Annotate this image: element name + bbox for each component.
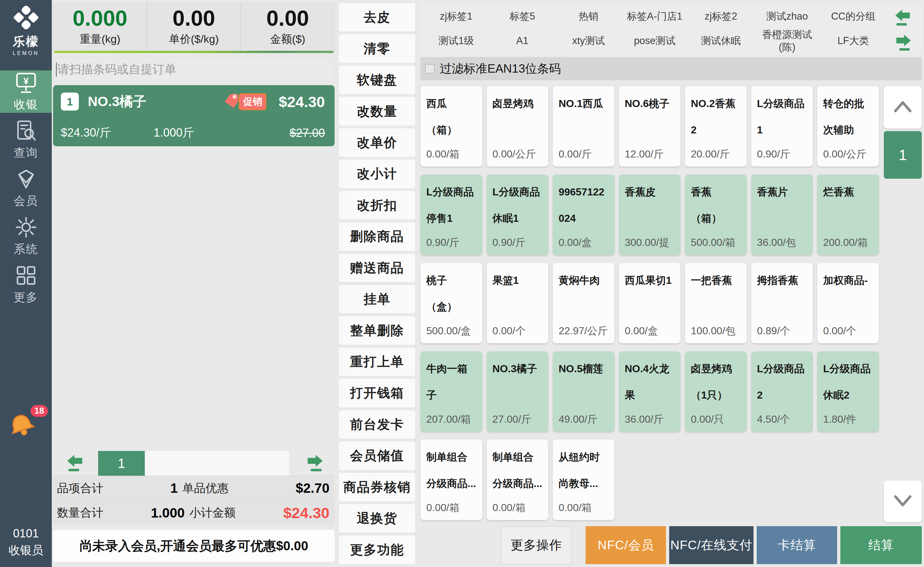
product-cell-14[interactable]: 桃子（盒）500.00/盒 — [420, 263, 482, 343]
settle-button[interactable]: 结算 — [840, 526, 922, 564]
product-cell-2[interactable]: NO.1西瓜0.00/斤 — [553, 86, 614, 166]
product-name: 西瓜果切1 — [625, 267, 675, 294]
action-button-0[interactable]: 去皮 — [339, 3, 416, 32]
action-button-17[interactable]: 更多功能 — [339, 535, 416, 564]
action-button-1[interactable]: 清零 — [339, 34, 416, 63]
product-name: 香蕉片 — [757, 179, 807, 206]
category-tab[interactable]: pose测试 — [622, 28, 688, 54]
product-cell-4[interactable]: NO.2香蕉220.00/斤 — [685, 86, 747, 166]
product-cell-20[interactable]: 加权商品-0.00/个 — [817, 263, 879, 343]
cart-current-page[interactable]: 1 — [98, 451, 145, 476]
product-cell-7[interactable]: L分级商品停售10.90/斤 — [420, 174, 482, 255]
nfc-member-button[interactable]: NFC/会员 — [585, 526, 666, 564]
category-tab-row-2: 测试1级A1xty测试pose测试测试休眠香橙源测试(陈)LF大类 — [423, 28, 886, 53]
product-cell-1[interactable]: 卤昱烤鸡0.00/公斤 — [487, 86, 549, 166]
barcode-input[interactable] — [57, 63, 334, 76]
product-price: 36.00/斤 — [625, 412, 675, 426]
product-name: 制单组合分级商品... — [492, 444, 543, 496]
category-tab[interactable]: 测试1级 — [423, 28, 489, 54]
product-cell-16[interactable]: 黄焖牛肉22.97/公斤 — [553, 263, 614, 343]
action-button-7[interactable]: 删除商品 — [339, 222, 416, 251]
scale-amount: 0.00 金额($) — [240, 3, 334, 52]
sidebar-item-3[interactable]: 系统 — [0, 215, 52, 258]
card-settle-button[interactable]: 卡结算 — [757, 526, 837, 564]
sidebar-item-0[interactable]: ¥收银 — [0, 70, 52, 113]
category-tab[interactable]: 标签A-门店1 — [622, 4, 688, 28]
product-cell-12[interactable]: 香蕉片36.00/包 — [751, 174, 813, 255]
action-button-2[interactable]: 软键盘 — [339, 65, 416, 94]
product-price: 300.00/提 — [625, 236, 675, 250]
product-cell-21[interactable]: 牛肉一箱子207.00/箱 — [420, 351, 482, 432]
product-cell-15[interactable]: 果篮10.00/个 — [487, 263, 549, 343]
member-notice[interactable]: 尚未录入会员,开通会员最多可优惠$0.00 — [53, 530, 335, 562]
product-cell-10[interactable]: 香蕉皮300.00/提 — [619, 174, 681, 255]
product-cell-30[interactable]: 从纽约时尚教母...0.00/箱 — [553, 440, 614, 520]
action-button-6[interactable]: 改折扣 — [339, 190, 416, 220]
category-tab[interactable]: CC的分组 — [820, 4, 886, 28]
category-tab[interactable]: xty测试 — [555, 28, 622, 54]
sidebar-item-2[interactable]: 会员 — [0, 167, 52, 209]
ean13-filter-label: 过滤标准EAN13位条码 — [440, 61, 561, 77]
category-tab[interactable]: 测试zhao — [754, 4, 820, 28]
action-button-12[interactable]: 打开钱箱 — [339, 378, 416, 408]
product-price: 0.89/个 — [757, 324, 807, 338]
category-tab[interactable]: 香橙源测试(陈) — [754, 28, 820, 54]
grid-page-up-button[interactable] — [884, 86, 922, 129]
product-cell-6[interactable]: 转仓的批次辅助0.00/公斤 — [817, 86, 879, 166]
product-cell-3[interactable]: NO.6桃子12.00/斤 — [619, 86, 681, 166]
action-button-5[interactable]: 改小计 — [339, 159, 416, 188]
category-tab[interactable]: zj标签1 — [423, 4, 489, 28]
action-button-16[interactable]: 退换货 — [339, 504, 416, 533]
more-operations-button[interactable]: 更多操作 — [501, 526, 571, 564]
ean13-filter-checkbox[interactable] — [425, 64, 435, 74]
category-tab[interactable]: 热销 — [555, 4, 622, 28]
product-cell-29[interactable]: 制单组合分级商品...0.00/箱 — [487, 440, 549, 520]
cart-prev-page-icon[interactable] — [65, 453, 85, 474]
product-cell-8[interactable]: L分级商品休眠10.90/斤 — [487, 174, 549, 255]
action-button-11[interactable]: 重打上单 — [339, 347, 416, 376]
action-button-13[interactable]: 前台发卡 — [339, 410, 416, 439]
tabs-next-icon[interactable] — [893, 32, 913, 53]
product-cell-5[interactable]: L分级商品10.90/斤 — [751, 86, 813, 166]
product-cell-0[interactable]: 西瓜（箱）0.00/箱 — [420, 86, 482, 166]
notification-bell[interactable]: 18 — [6, 408, 46, 440]
action-button-4[interactable]: 改单价 — [339, 128, 416, 157]
cart-page-track[interactable]: 1 — [98, 451, 289, 476]
product-cell-17[interactable]: 西瓜果切10.00/盒 — [619, 263, 681, 343]
bell-icon — [6, 431, 35, 437]
sidebar-item-1[interactable]: 查询 — [0, 118, 52, 161]
product-name: NO.3橘子 — [492, 356, 543, 382]
product-cell-19[interactable]: 拇指香蕉0.89/个 — [751, 263, 813, 343]
product-cell-9[interactable]: 996571220240.00/盒 — [553, 174, 614, 255]
action-button-10[interactable]: 整单删除 — [339, 316, 416, 345]
product-cell-25[interactable]: 卤昱烤鸡（1只）0.00/只 — [685, 351, 747, 432]
nfc-online-pay-button[interactable]: NFC/在线支付 — [669, 526, 754, 564]
category-tab[interactable]: 标签5 — [489, 4, 555, 28]
action-button-3[interactable]: 改数量 — [339, 96, 416, 126]
action-button-14[interactable]: 会员储值 — [339, 441, 416, 470]
tabs-prev-icon[interactable] — [893, 7, 913, 28]
product-cell-24[interactable]: NO.4火龙果36.00/斤 — [619, 351, 681, 432]
product-cell-11[interactable]: 香蕉（箱）500.00/箱 — [685, 174, 747, 255]
item-discount-label: 单品优惠 — [182, 480, 229, 496]
sidebar-item-4[interactable]: 更多 — [0, 263, 52, 306]
product-cell-23[interactable]: NO.5榴莲49.00/斤 — [553, 351, 614, 432]
product-cell-26[interactable]: L分级商品24.50/个 — [751, 351, 813, 432]
product-cell-22[interactable]: NO.3橘子27.00/斤 — [487, 351, 549, 432]
product-cell-28[interactable]: 制单组合分级商品...0.00/箱 — [420, 440, 482, 520]
sidebar-menu: ¥收银查询会员系统更多 — [0, 70, 52, 306]
category-tab[interactable]: A1 — [489, 28, 555, 54]
cart-item-row[interactable]: 1 NO.3橘子 促销 $24.30 $24.30/斤 1.000斤 $27.0… — [53, 85, 335, 146]
grid-page-down-button[interactable] — [884, 480, 922, 522]
product-cell-18[interactable]: 一把香蕉100.00/包 — [685, 263, 747, 343]
action-button-8[interactable]: 赠送商品 — [339, 253, 416, 282]
product-cell-13[interactable]: 烂香蕉200.00/箱 — [817, 174, 879, 255]
category-tab[interactable]: LF大类 — [820, 28, 886, 54]
product-cell-27[interactable]: L分级商品休眠21.80/件 — [817, 351, 879, 432]
category-tab[interactable]: zj标签2 — [688, 4, 754, 28]
action-button-9[interactable]: 挂单 — [339, 285, 416, 314]
cart-next-page-icon[interactable] — [305, 453, 325, 474]
category-tab-row-1: zj标签1标签5热销标签A-门店1zj标签2测试zhaoCC的分组 — [423, 4, 886, 28]
category-tab[interactable]: 测试休眠 — [688, 28, 754, 54]
action-button-15[interactable]: 商品券核销 — [339, 472, 416, 502]
